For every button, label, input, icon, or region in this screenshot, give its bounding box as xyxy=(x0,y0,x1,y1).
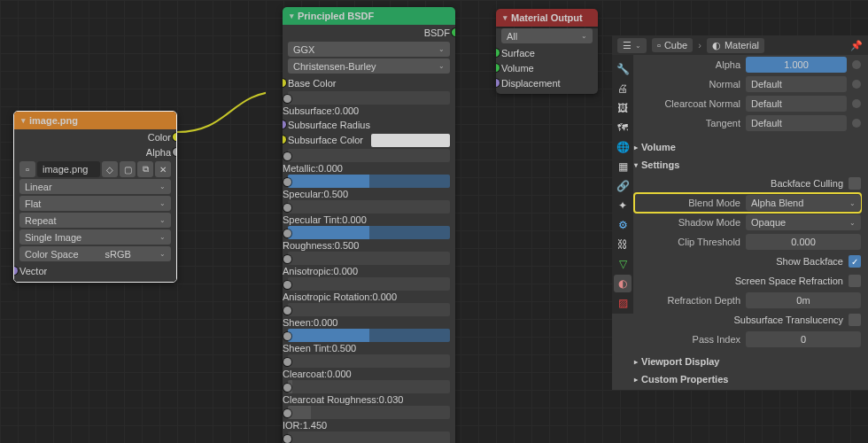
sss-translucency-checkbox[interactable] xyxy=(849,314,861,326)
slider-specular[interactable]: Specular:0.500 xyxy=(283,175,455,199)
node-header[interactable]: ▾Principled BSDF xyxy=(283,7,455,25)
slider-transmission[interactable]: Transmission:0.000 xyxy=(283,431,455,443)
socket-alpha[interactable] xyxy=(173,148,177,156)
socket[interactable] xyxy=(283,358,291,366)
tab-physics-icon[interactable]: ⚙ xyxy=(614,216,632,234)
keyframe-dot[interactable] xyxy=(852,99,861,108)
editor-type-select[interactable]: ☰⌄ xyxy=(617,38,647,53)
input-sss-color[interactable]: Subsurface Color xyxy=(283,132,455,148)
tab-modifier-icon[interactable]: 🔗 xyxy=(614,177,632,195)
socket-volume[interactable] xyxy=(496,64,500,72)
slider-anisotropicrotation[interactable]: Anisotropic Rotation:0.000 xyxy=(283,277,455,302)
slider-sheentint[interactable]: Sheen Tint:0.500 xyxy=(283,329,455,354)
colorspace-select[interactable]: Color SpacesRGB⌄ xyxy=(19,246,171,261)
shadow-mode-select[interactable]: Opaque⌄ xyxy=(746,214,861,230)
input-volume[interactable]: Volume xyxy=(496,60,598,75)
keyframe-dot[interactable] xyxy=(852,119,861,128)
section-viewport-display[interactable]: ▸Viewport Display xyxy=(634,353,861,370)
output-bsdf[interactable]: BSDF xyxy=(283,25,455,40)
tab-particles-icon[interactable]: ✦ xyxy=(614,197,632,214)
node-material-output[interactable]: ▾Material Output All⌄ Surface Volume Dis… xyxy=(496,9,598,94)
slider-anisotropic[interactable]: Anisotropic:0.000 xyxy=(283,252,455,276)
slider-subsurface[interactable]: Subsurface:0.000 xyxy=(283,91,455,116)
normal-select[interactable]: Default xyxy=(746,76,847,92)
socket[interactable] xyxy=(283,95,291,103)
refraction-depth-field[interactable]: 0m xyxy=(746,292,861,308)
tangent-select[interactable]: Default xyxy=(746,115,847,131)
image-browse-icon[interactable]: ▫ xyxy=(19,161,35,177)
socket[interactable] xyxy=(283,136,286,144)
socket-base-color[interactable] xyxy=(283,79,286,87)
target-select[interactable]: All⌄ xyxy=(501,28,593,43)
input-displacement[interactable]: Displacement xyxy=(496,75,598,90)
section-settings[interactable]: ▾Settings xyxy=(634,156,861,174)
node-principled-bsdf[interactable]: ▾Principled BSDF BSDF GGX⌄ Christensen-B… xyxy=(283,7,455,443)
tab-world-icon[interactable]: 🌐 xyxy=(614,138,632,156)
tab-scene-icon[interactable]: 🗺 xyxy=(614,119,632,136)
tab-constraints-icon[interactable]: ⛓ xyxy=(614,236,632,253)
fake-user-icon[interactable]: ◇ xyxy=(102,161,118,177)
socket[interactable] xyxy=(283,229,291,237)
clip-threshold-field[interactable]: 0.000 xyxy=(746,234,861,250)
section-custom-properties[interactable]: ▸Custom Properties xyxy=(634,370,861,388)
sss-method-select[interactable]: Christensen-Burley⌄ xyxy=(288,58,450,74)
distribution-select[interactable]: GGX⌄ xyxy=(288,42,450,57)
slider-ior[interactable]: IOR:1.450 xyxy=(283,406,455,431)
input-sss-radius[interactable]: Subsurface Radius xyxy=(283,117,455,132)
ssr-checkbox[interactable] xyxy=(849,275,861,287)
socket-surface[interactable] xyxy=(496,49,500,57)
object-crumb[interactable]: ▫ Cube xyxy=(652,38,693,52)
slider-sheen[interactable]: Sheen:0.000 xyxy=(283,303,455,328)
socket[interactable] xyxy=(283,120,286,128)
input-surface[interactable]: Surface xyxy=(496,45,598,60)
sss-color-swatch[interactable] xyxy=(371,134,450,147)
socket[interactable] xyxy=(283,178,291,186)
socket[interactable] xyxy=(283,255,291,263)
tab-texture-icon[interactable]: ▨ xyxy=(614,294,632,312)
slider-metallic[interactable]: Metallic:0.000 xyxy=(283,149,455,174)
section-volume[interactable]: ▸Volume xyxy=(634,138,861,156)
open-icon[interactable]: ▢ xyxy=(120,161,136,177)
backface-culling-checkbox[interactable] xyxy=(849,177,861,190)
output-alpha[interactable]: Alpha xyxy=(14,144,176,159)
keyframe-dot[interactable] xyxy=(852,80,861,89)
show-backface-checkbox[interactable]: ✓ xyxy=(849,255,861,268)
clearcoat-normal-select[interactable]: Default xyxy=(746,96,847,112)
unlink-icon[interactable]: ✕ xyxy=(155,161,171,177)
output-color[interactable]: Color xyxy=(14,129,176,144)
pin-icon[interactable]: 📌 xyxy=(850,40,863,51)
extension-select[interactable]: Repeat⌄ xyxy=(19,213,171,228)
node-image-texture[interactable]: ▾image.png Color Alpha ▫ image.png ◇ ▢ ⧉… xyxy=(13,111,177,283)
tab-material-icon[interactable]: ◐ xyxy=(614,275,632,292)
socket[interactable] xyxy=(283,332,291,340)
socket[interactable] xyxy=(283,152,291,160)
socket-vector[interactable] xyxy=(13,267,18,275)
keyframe-dot[interactable] xyxy=(852,60,861,69)
tab-viewlayer-icon[interactable]: 🖼 xyxy=(614,99,632,117)
collapse-icon[interactable]: ▾ xyxy=(21,116,26,125)
collapse-icon[interactable]: ▾ xyxy=(503,13,508,22)
socket[interactable] xyxy=(283,307,291,315)
socket[interactable] xyxy=(283,384,291,392)
slider-clearcoatroughness[interactable]: Clearcoat Roughness:0.030 xyxy=(283,380,455,405)
interpolation-select[interactable]: Linear⌄ xyxy=(19,179,171,194)
tab-object-icon[interactable]: ▦ xyxy=(614,158,632,175)
new-icon[interactable]: ⧉ xyxy=(137,161,153,177)
image-file-field[interactable]: ▫ image.png ◇ ▢ ⧉ ✕ xyxy=(19,161,171,177)
socket[interactable] xyxy=(283,409,291,417)
socket-bsdf[interactable] xyxy=(452,28,455,36)
socket-displacement[interactable] xyxy=(496,79,500,87)
socket[interactable] xyxy=(283,204,291,212)
blend-mode-select[interactable]: Alpha Blend⌄ xyxy=(746,195,861,211)
slider-clearcoat[interactable]: Clearcoat:0.000 xyxy=(283,354,455,379)
tab-data-icon[interactable]: ▽ xyxy=(614,255,632,273)
source-select[interactable]: Single Image⌄ xyxy=(19,229,171,245)
node-header[interactable]: ▾image.png xyxy=(14,112,176,129)
slider-speculartint[interactable]: Specular Tint:0.000 xyxy=(283,200,455,225)
tab-output-icon[interactable]: 🖨 xyxy=(614,80,632,97)
node-header[interactable]: ▾Material Output xyxy=(496,9,598,27)
material-crumb[interactable]: ◐ Material xyxy=(707,38,764,53)
socket-color[interactable] xyxy=(173,133,177,141)
pass-index-field[interactable]: 0 xyxy=(746,331,861,347)
input-vector[interactable]: Vector xyxy=(14,263,176,278)
